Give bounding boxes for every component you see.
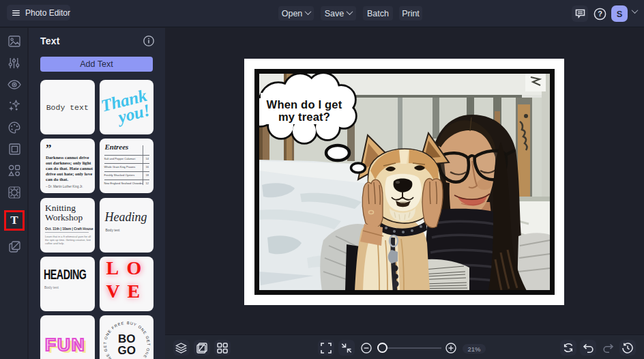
svg-text:GO: GO — [117, 344, 135, 357]
svg-text:When do I get: When do I get — [267, 98, 342, 111]
svg-text:my treat?: my treat? — [278, 111, 330, 123]
svg-text:?: ? — [598, 10, 602, 18]
